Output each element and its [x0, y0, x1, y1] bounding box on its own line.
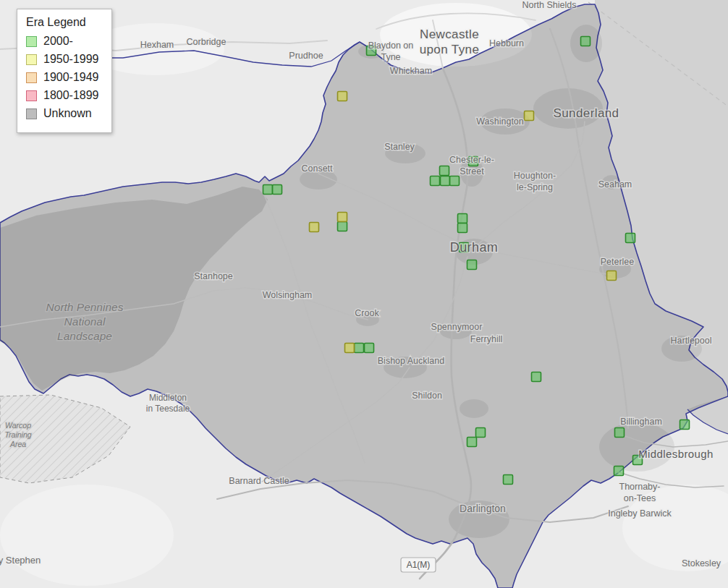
- place-label-peterlee: Peterlee: [601, 257, 635, 267]
- legend-item-label: 1800-1899: [43, 89, 99, 102]
- era-marker-2000[interactable]: [504, 475, 513, 485]
- era-marker-1950-1999[interactable]: [525, 111, 534, 121]
- place-label-middleton-in-teesdale: Middletonin Teesdale: [146, 393, 190, 414]
- legend-swatch-2000: [26, 36, 37, 47]
- era-marker-2000[interactable]: [467, 260, 477, 270]
- legend-item-1800-1899: 1800-1899: [26, 89, 104, 102]
- era-marker-1950-1999[interactable]: [338, 213, 347, 222]
- place-label-stanhope: Stanhope: [194, 271, 233, 281]
- era-marker-2000[interactable]: [476, 428, 486, 438]
- road-badges-layer: A1(M): [401, 558, 436, 572]
- place-label-crook: Crook: [355, 308, 379, 318]
- era-marker-2000[interactable]: [440, 166, 449, 176]
- place-label-whickham: Whickham: [390, 66, 432, 76]
- era-marker-2000[interactable]: [581, 37, 591, 46]
- place-label-stokesley: Stokesley: [682, 558, 721, 568]
- place-label-spennymoor: Spennymoor: [431, 322, 483, 332]
- place-label-corbridge: Corbridge: [187, 37, 227, 47]
- place-label-kirkby-stephen-partial: y Stephen: [0, 555, 41, 566]
- legend-swatch-1800-1899: [26, 90, 37, 101]
- map-viewport: Newcastleupon TyneSunderlandDurhamMiddle…: [0, 0, 728, 588]
- place-label-hartlepool: Hartlepool: [671, 336, 712, 346]
- era-legend: Era Legend 2000-1950-19991900-19491800-1…: [17, 9, 112, 133]
- place-label-ingleby-barwick: Ingleby Barwick: [608, 508, 672, 519]
- place-label-hexham: Hexham: [140, 40, 174, 50]
- place-label-sunderland: Sunderland: [554, 106, 619, 120]
- place-label-north-shields: North Shields: [522, 0, 576, 10]
- place-label-barnard-castle: Barnard Castle: [229, 476, 289, 486]
- era-marker-2000[interactable]: [626, 234, 635, 243]
- road-badge-a1-m: A1(M): [401, 558, 436, 572]
- era-marker-2000[interactable]: [441, 176, 450, 186]
- era-marker-2000[interactable]: [615, 428, 625, 438]
- era-marker-2000[interactable]: [680, 420, 690, 430]
- era-marker-2000[interactable]: [458, 223, 467, 233]
- place-label-ferryhill: Ferryhill: [470, 334, 502, 344]
- era-marker-2000[interactable]: [614, 466, 624, 476]
- place-label-hebburn: Hebburn: [489, 38, 524, 48]
- era-marker-1950-1999[interactable]: [345, 344, 355, 353]
- legend-item-unknown: Unknown: [26, 107, 104, 120]
- era-marker-2000[interactable]: [355, 344, 364, 353]
- legend-items: 2000-1950-19991900-19491800-1899Unknown: [26, 35, 104, 120]
- era-marker-2000[interactable]: [431, 176, 440, 186]
- place-label-washington: Washington: [476, 116, 524, 127]
- road-badge-label: A1(M): [407, 560, 431, 570]
- place-label-consett: Consett: [301, 163, 333, 174]
- place-label-stanley: Stanley: [384, 142, 415, 152]
- legend-item-2000: 2000-: [26, 35, 104, 48]
- legend-swatch-1950-1999: [26, 54, 37, 65]
- place-label-durham: Durham: [450, 240, 498, 255]
- place-label-bishop-auckland: Bishop Auckland: [378, 356, 444, 366]
- era-marker-2000[interactable]: [458, 214, 467, 223]
- place-label-middlesbrough: Middlesbrough: [638, 448, 714, 460]
- legend-item-label: Unknown: [43, 107, 92, 120]
- legend-title: Era Legend: [26, 16, 104, 29]
- legend-swatch-1900-1949: [26, 72, 37, 83]
- place-label-shildon: Shildon: [412, 391, 442, 401]
- era-marker-2000[interactable]: [338, 222, 347, 231]
- legend-item-1950-1999: 1950-1999: [26, 53, 104, 66]
- legend-swatch-unknown: [26, 108, 37, 119]
- place-label-prudhoe: Prudhoe: [289, 51, 323, 61]
- legend-item-label: 1950-1999: [43, 53, 99, 66]
- place-label-billingham: Billingham: [620, 417, 662, 427]
- era-marker-2000[interactable]: [273, 185, 282, 195]
- era-marker-2000[interactable]: [365, 344, 374, 353]
- era-marker-2000[interactable]: [263, 185, 273, 195]
- legend-item-1900-1949: 1900-1949: [26, 71, 104, 84]
- era-marker-2000[interactable]: [532, 372, 541, 382]
- place-label-seaham: Seaham: [598, 179, 632, 189]
- place-label-wolsingham: Wolsingham: [263, 290, 313, 300]
- era-marker-1950-1999[interactable]: [607, 271, 617, 281]
- place-label-darlington: Darlington: [460, 503, 506, 514]
- era-marker-1950-1999[interactable]: [338, 92, 347, 101]
- era-marker-2000[interactable]: [467, 438, 477, 447]
- legend-item-label: 2000-: [43, 35, 73, 48]
- era-marker-1950-1999[interactable]: [310, 223, 319, 232]
- legend-item-label: 1900-1949: [43, 71, 99, 84]
- era-marker-2000[interactable]: [450, 176, 460, 186]
